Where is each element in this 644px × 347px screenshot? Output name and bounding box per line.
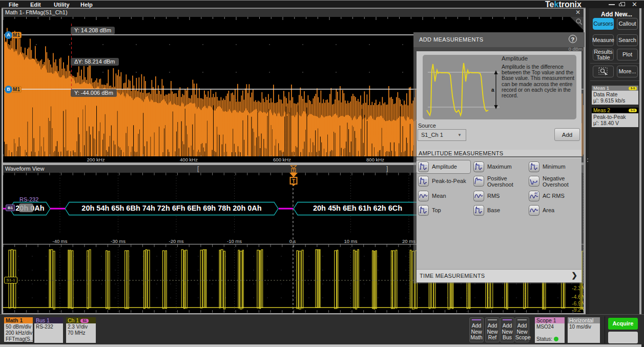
svg-text:a: a [491, 87, 494, 93]
svg-text:AC: AC [534, 192, 538, 195]
svg-text:T: T [292, 178, 296, 184]
svg-text:T: T [293, 168, 295, 173]
